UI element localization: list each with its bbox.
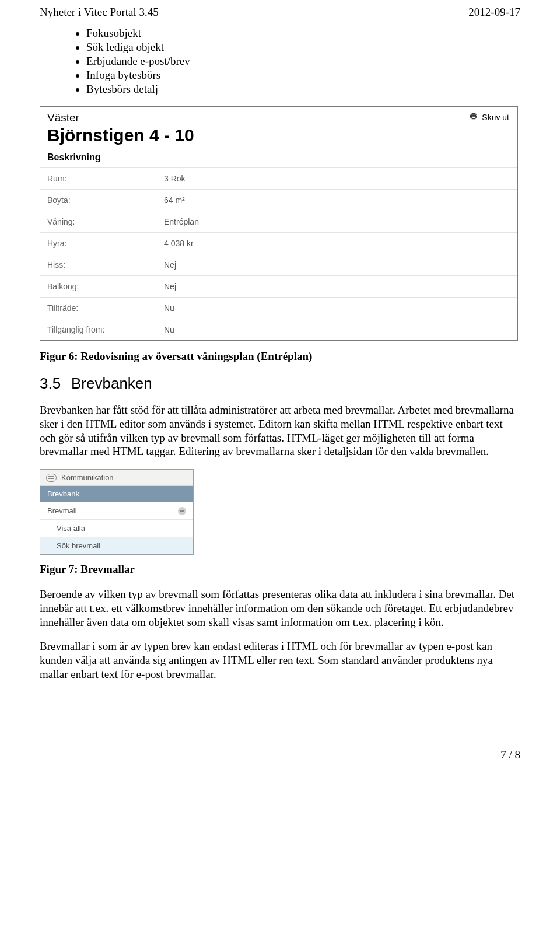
prop-key: Rum:: [47, 174, 164, 183]
menu-subitem-sok-brevmall[interactable]: Sök brevmall: [40, 537, 193, 554]
prop-key: Tillgänglig from:: [47, 325, 164, 334]
section-heading: 3.5Brevbanken: [40, 375, 520, 393]
doc-date: 2012-09-17: [468, 6, 520, 19]
prop-key: Våning:: [47, 217, 164, 226]
list-item: Infoga bytesbörs: [86, 69, 520, 82]
page-number: 7 / 8: [501, 748, 520, 761]
speech-bubble-icon: [46, 474, 57, 482]
prop-value: 4 038 kr: [164, 239, 510, 248]
prop-value: Nu: [164, 325, 510, 334]
menu-item-brevmall[interactable]: Brevmall: [40, 502, 193, 519]
list-item: Sök lediga objekt: [86, 41, 520, 54]
doc-title: Nyheter i Vitec Portal 3.45: [40, 6, 159, 19]
prop-value: Nej: [164, 260, 510, 270]
table-row: Tillgänglig from:Nu: [40, 319, 517, 340]
prop-key: Balkong:: [47, 282, 164, 291]
prop-key: Hiss:: [47, 260, 164, 270]
region-label: Väster: [47, 111, 79, 124]
list-item: Bytesbörs detalj: [86, 83, 520, 96]
figure-caption-7: Figur 7: Brevmallar: [40, 563, 520, 576]
list-item: Erbjudande e-post/brev: [86, 55, 520, 68]
prop-value: 64 m²: [164, 195, 510, 205]
prop-key: Hyra:: [47, 239, 164, 248]
menu-item-label: Brevmall: [47, 506, 77, 515]
table-row: Balkong:Nej: [40, 275, 517, 297]
list-item: Fokusobjekt: [86, 27, 520, 40]
object-subhead: Beskrivning: [40, 150, 517, 167]
table-row: Våning:Entréplan: [40, 211, 517, 232]
table-row: Hiss:Nej: [40, 254, 517, 275]
paragraph: Brevbanken har fått stöd för att tillåta…: [40, 403, 520, 459]
prop-value: Entréplan: [164, 217, 510, 226]
brevbank-menu: Kommunikation Brevbank Brevmall Visa all…: [40, 469, 194, 555]
table-row: Hyra:4 038 kr: [40, 232, 517, 254]
print-link[interactable]: Skriv ut: [469, 111, 509, 123]
paragraph: Brevmallar i som är av typen brev kan en…: [40, 639, 520, 681]
page-header: Nyheter i Vitec Portal 3.45 2012-09-17: [40, 6, 520, 19]
table-row: Rum:3 Rok: [40, 167, 517, 189]
section-number: 3.5: [40, 375, 71, 393]
table-row: Boyta:64 m²: [40, 189, 517, 211]
property-table: Rum:3 Rok Boyta:64 m² Våning:Entréplan H…: [40, 167, 517, 340]
menu-header-label: Kommunikation: [61, 473, 114, 482]
figure-caption-6: Figur 6: Redovisning av översatt vånings…: [40, 350, 520, 363]
print-label: Skriv ut: [482, 113, 509, 122]
object-detail-panel: Väster Skriv ut Björnstigen 4 - 10 Beskr…: [40, 106, 518, 341]
collapse-icon: [178, 507, 186, 515]
feature-list: Fokusobjekt Sök lediga objekt Erbjudande…: [40, 27, 520, 96]
paragraph: Beroende av vilken typ av brevmall som f…: [40, 587, 520, 629]
section-title: Brevbanken: [71, 375, 152, 392]
menu-subitem-visa-alla[interactable]: Visa alla: [40, 519, 193, 537]
prop-key: Tillträde:: [47, 303, 164, 313]
prop-key: Boyta:: [47, 195, 164, 205]
menu-item-selected[interactable]: Brevbank: [40, 486, 193, 502]
table-row: Tillträde:Nu: [40, 297, 517, 319]
prop-value: Nu: [164, 303, 510, 313]
object-title: Björnstigen 4 - 10: [40, 124, 517, 150]
menu-header[interactable]: Kommunikation: [40, 470, 193, 486]
prop-value: Nej: [164, 282, 510, 291]
printer-icon: [469, 111, 478, 123]
page-footer: 7 / 8: [40, 746, 520, 761]
prop-value: 3 Rok: [164, 174, 510, 183]
